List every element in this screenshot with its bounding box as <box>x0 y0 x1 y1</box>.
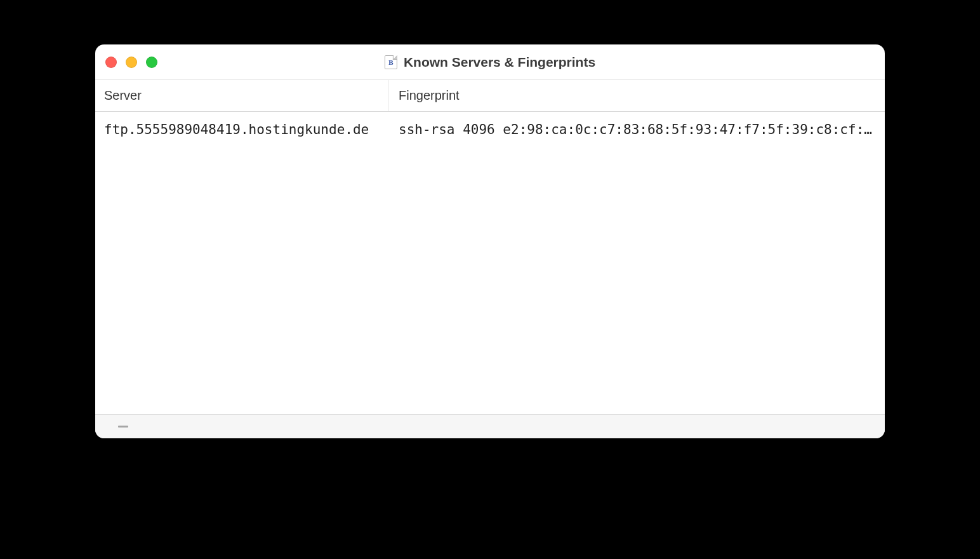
window-title: Known Servers & Fingerprints <box>404 55 595 70</box>
minimize-window-button[interactable] <box>126 57 137 68</box>
app-icon-letter: B <box>388 58 393 66</box>
window-controls <box>95 57 157 68</box>
close-window-button[interactable] <box>105 57 117 68</box>
table-row[interactable]: ftp.5555989048419.hostingkunde.de ssh-rs… <box>95 112 885 147</box>
cell-fingerprint: ssh-rsa 4096 e2:98:ca:0c:c7:83:68:5f:93:… <box>388 122 885 137</box>
remove-button[interactable] <box>118 426 128 428</box>
app-document-icon: B <box>385 55 397 69</box>
table-header: Server Fingerprint <box>95 80 885 112</box>
table-body: ftp.5555989048419.hostingkunde.de ssh-rs… <box>95 112 885 414</box>
title-group: B Known Servers & Fingerprints <box>385 55 595 70</box>
known-servers-window: B Known Servers & Fingerprints Server Fi… <box>95 44 885 438</box>
footer-toolbar <box>95 414 885 438</box>
zoom-window-button[interactable] <box>146 57 157 68</box>
column-header-fingerprint[interactable]: Fingerprint <box>388 80 885 111</box>
cell-server: ftp.5555989048419.hostingkunde.de <box>95 122 388 137</box>
titlebar: B Known Servers & Fingerprints <box>95 44 885 80</box>
column-header-server[interactable]: Server <box>95 80 388 111</box>
